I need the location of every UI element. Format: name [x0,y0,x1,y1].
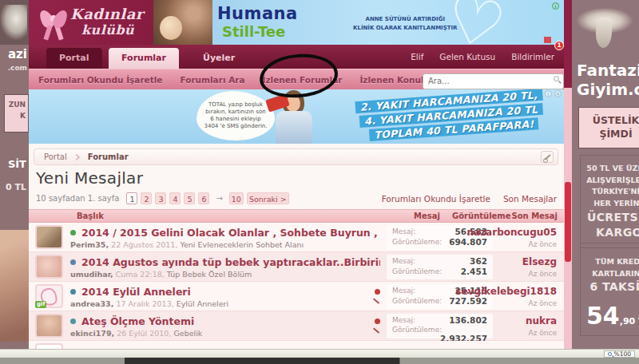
page-button-4[interactable]: 4 [169,192,181,204]
table-row: Ateş Ölçme Yöntemi ekinci179, 26 Eylül 2… [29,311,564,341]
last-poster-link[interactable]: Elsezg [522,256,557,267]
browser-status-bar: %100 [0,349,639,358]
topic-title-link[interactable]: 2014 Eylül Anneleri [81,286,191,298]
page-button-last[interactable]: 10 [229,192,244,204]
stat-label: Görüntüleme: [392,267,442,277]
topic-status-dot-icon [70,259,76,265]
table-row: gif 2014 Eylül Anneleri andrea33, 17 Ara… [29,282,564,311]
topic-status-dot-icon [70,230,76,235]
stat-value: 362 [470,256,487,267]
page-gap-arrow: → [216,194,222,203]
main-content: Portal Forumlar Yeni Mesajlar 10 sayfada… [29,144,564,349]
topic-thumbnail[interactable] [35,314,63,338]
right-ad-offer-installment: TÜM KREDİ KARTLARINA 6 TAKSİT 54,90 TL [580,243,639,336]
topic-status-dot-icon [70,318,76,324]
left-ad-brand-fragment: azi [8,48,27,61]
page-button-3[interactable]: 3 [155,192,166,204]
page-title: Yeni Mesajlar [36,168,143,188]
stat-label: Görüntüleme: [392,237,442,247]
ad-choices-icon[interactable]: i [552,2,559,10]
right-ad-brand: FantaziGiyim.com [577,61,639,99]
table-row-partial [29,341,564,349]
last-poster-link[interactable]: nazarboncugu05 [466,227,557,238]
topic-title-link[interactable]: Ateş Ölçme Yöntemi [81,315,194,327]
tab-portal[interactable]: Portal [46,48,102,69]
ad-claim-text: ANNE SÜTÜNÜ ARTIRDIĞIKLİNİK OLARAK KANIT… [353,15,458,32]
pin-icon [372,318,383,329]
last-post-time: Az önce [526,329,557,337]
ad-product-text: Still-Tee [222,23,285,40]
pin-icon [372,289,383,299]
topic-author-link[interactable]: andrea33, [70,299,113,308]
search-input[interactable] [423,73,564,89]
page-button-1[interactable]: 1 [126,192,137,204]
stat-value: 136.802 [449,315,487,326]
col-title: Başlık [77,212,104,220]
next-page-button[interactable]: Sonraki > [247,192,289,204]
last-post-time: Az önce [466,240,557,248]
topic-stats: Mesaj:136.802 Görüntüleme:2.932.257 [387,314,493,338]
last-messages-action[interactable]: Son Mesajlar [503,194,557,204]
table-row: 2014 / 2015 Gelini Olacak Olanlar , Sohb… [29,223,564,252]
stat-label: Görüntüleme: [392,296,442,307]
last-poster-link[interactable]: sevgikelebegi1818 [455,286,557,297]
woman-body-image [276,111,312,144]
username-link[interactable]: Elif [411,52,423,61]
vertical-scrollbar[interactable] [564,0,572,349]
breadcrumb-forumlar[interactable]: Forumlar [88,152,129,161]
topic-date: Cuma 22:18, [116,270,165,279]
inbox-link[interactable]: Gelen Kutusu [439,52,495,61]
mark-forums-read-link[interactable]: Forumları Okundu İşaretle [38,75,162,85]
page-button-2[interactable]: 2 [141,192,152,204]
last-poster-link[interactable]: nukra [526,315,557,326]
topic-forum-link[interactable]: Eylül Anneleri [177,299,228,308]
taskbar-window-button[interactable] [125,358,399,364]
magnifier-icon [608,352,612,356]
stat-label: Mesaj: [392,256,415,267]
table-header: Başlık Mesaj Görüntüleme Son Mesaj [29,209,564,223]
topic-forum-link[interactable]: Tüp Bebek Özel Bölüm [167,270,252,279]
topic-title-link[interactable]: 2014 Agustos ayında tüp bebek yaptıracak… [81,256,380,268]
topic-title-link[interactable]: 2014 / 2015 Gelini Olacak Olanlar , Sohb… [81,227,380,239]
left-ad-price-fragment: 0 TL [6,182,26,192]
breadcrumb-portal[interactable]: Portal [44,152,67,161]
ad-brand-text: Humana [217,4,298,23]
stat-label: Mesaj: [392,227,415,237]
tab-forumlar[interactable]: Forumlar [109,48,179,69]
page-button-5[interactable]: 5 [184,192,195,204]
col-last-post: Son Mesaj [511,212,558,220]
stat-label: Görüntüleme: [392,326,442,334]
scrollbar-thumb[interactable] [565,182,571,262]
site-title-line2: kulübü [81,22,134,38]
breadcrumb-tools-button[interactable] [541,151,554,163]
topic-author-link[interactable]: ekinci179, [70,329,114,338]
stat-label: Mesaj: [392,286,415,296]
topic-thumbnail[interactable]: gif [35,284,63,308]
sms-instruction-bubble: TOTAL yazıp boşluk bırakın, kartınızın s… [196,91,275,140]
page-button-6[interactable]: 6 [198,192,209,204]
pagination: 10 sayfadan 1. sayfa 1 2 3 4 5 6 → 10 So… [36,192,289,204]
ad-close-icon[interactable]: × [554,90,562,97]
topic-thumbnail[interactable] [35,255,63,279]
table-row: 2014 Agustos ayında tüp bebek yaptıracak… [29,252,564,282]
top-banner-ad[interactable]: ♡ Humana Still-Tee ANNE SÜTÜNÜ ARTIRDIĞI… [153,0,564,45]
search-forums-link[interactable]: Forumları Ara [180,75,244,85]
tab-uyeler[interactable]: Üyeler [190,48,248,69]
left-sidebar-ad[interactable]: azi .com ZUNK SİT 0 TL [0,0,29,364]
topic-author-link[interactable]: Perim35, [70,240,109,249]
pink-ribbon-icon [38,6,69,40]
topic-forum-link[interactable]: Yeni Evleneceklerin Sohbet Alanı [180,240,304,249]
left-ad-brooch-image [0,0,29,45]
site-logo[interactable]: Kadınlar kulübü [29,0,153,45]
gif-badge: gif [35,301,46,308]
page-info: 10 sayfadan 1. sayfa [36,194,119,203]
topic-author-link[interactable]: umudihar, [70,270,113,279]
topic-thumbnail[interactable] [35,225,63,249]
ad-info-icon[interactable]: i [545,90,552,97]
topic-forum-link[interactable]: Gebelik [173,329,202,338]
browser-zoom-control[interactable]: %100 [604,350,635,358]
right-sidebar-ad[interactable]: FantaziGiyim.com ÜSTELİKŞİMDİ 50 TL VE Ü… [572,0,639,349]
left-ad-model-image [0,230,29,342]
notifications-link[interactable]: Bildirimler [511,52,554,61]
mark-forums-read-action[interactable]: Forumları Okundu İşaretle [382,194,490,204]
